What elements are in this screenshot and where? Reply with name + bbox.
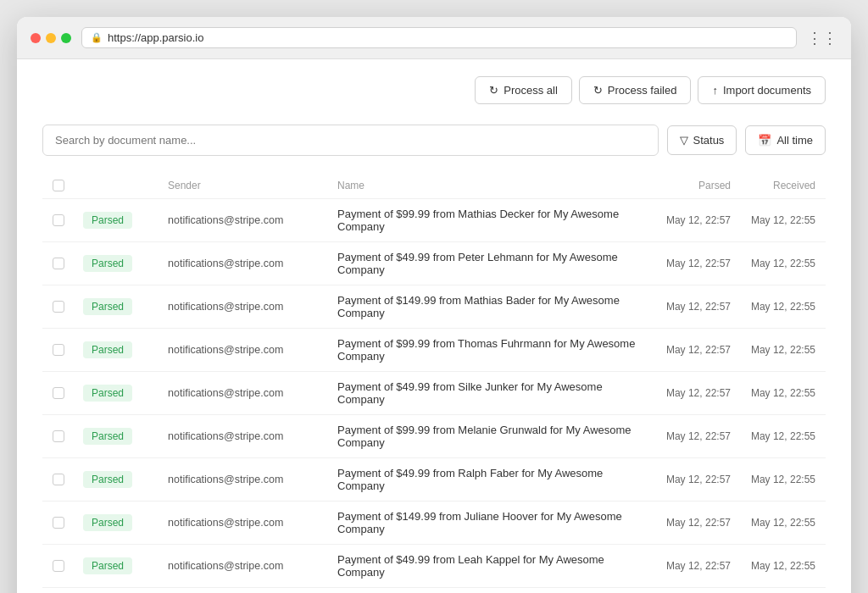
minimize-button[interactable] [46,33,56,43]
header-received: Received [731,180,815,191]
browser-window: 🔒 https://app.parsio.io ⋮⋮ ↻ Process all… [17,17,851,593]
import-documents-button[interactable]: ↑ Import documents [698,76,826,104]
row-status: Parsed [83,212,168,229]
row-sender: notifications@stripe.com [168,430,337,442]
row-name: Payment of $99.99 from Mathias Decker fo… [337,208,646,233]
url-text: https://app.parsio.io [108,31,203,44]
row-checkbox-col [53,474,83,485]
status-badge: Parsed [83,255,132,272]
header-sender: Sender [168,180,337,191]
row-parsed: May 12, 22:57 [646,560,731,572]
row-checkbox[interactable] [53,474,64,485]
row-parsed: May 12, 22:57 [646,387,731,399]
table-row: Parsed notifications@stripe.com Payment … [42,285,826,329]
address-bar[interactable]: 🔒 https://app.parsio.io [81,27,797,48]
row-parsed: May 12, 22:57 [646,214,731,226]
header-checkbox-col [53,180,83,191]
row-checkbox[interactable] [53,560,64,572]
refresh-failed-icon: ↻ [593,84,603,97]
table-row: Parsed notifications@stripe.com Payment … [42,415,826,458]
row-parsed: May 12, 22:57 [646,430,731,442]
row-status: Parsed [83,298,168,315]
row-sender: notifications@stripe.com [168,214,337,226]
row-status: Parsed [83,341,168,358]
row-checkbox-col [53,517,83,529]
status-filter-label: Status [693,134,725,147]
maximize-button[interactable] [61,33,71,43]
process-all-button[interactable]: ↻ Process all [475,76,572,104]
row-checkbox[interactable] [53,430,64,442]
title-bar: 🔒 https://app.parsio.io ⋮⋮ [17,17,851,59]
row-name: Payment of $99.99 from Thomas Fuhrmann f… [337,337,646,363]
table-row: Parsed notifications@stripe.com Payment … [42,329,826,372]
row-checkbox-col [53,301,83,313]
row-checkbox[interactable] [53,344,64,356]
close-button[interactable] [31,33,41,43]
documents-table: Sender Name Parsed Received Parsed notif… [42,173,826,593]
table-header: Sender Name Parsed Received [42,173,826,199]
row-sender: notifications@stripe.com [168,344,337,356]
status-badge: Parsed [83,385,132,402]
content-area: ↻ Process all ↻ Process failed ↑ Import … [17,59,851,593]
row-received: May 12, 22:55 [731,474,815,485]
row-received: May 12, 22:55 [731,214,815,226]
row-name: Payment of $99.99 from Melanie Grunwald … [337,424,646,449]
row-checkbox[interactable] [53,387,64,399]
status-badge: Parsed [83,298,132,315]
row-status: Parsed [83,471,168,488]
row-checkbox[interactable] [53,301,64,313]
table-row: Parsed notifications@stripe.com Payment … [42,588,826,593]
row-status: Parsed [83,255,168,272]
status-badge: Parsed [83,341,132,358]
row-received: May 12, 22:55 [731,258,815,269]
filter-icon: ▽ [680,134,688,147]
status-filter-button[interactable]: ▽ Status [667,125,737,155]
row-checkbox[interactable] [53,517,64,529]
header-parsed: Parsed [646,180,731,191]
process-all-label: Process all [504,84,558,97]
row-received: May 12, 22:55 [731,430,815,442]
row-sender: notifications@stripe.com [168,258,337,269]
header-status [83,180,168,191]
menu-icon[interactable]: ⋮⋮ [807,29,837,47]
status-badge: Parsed [83,557,132,574]
row-name: Payment of $49.99 from Silke Junker for … [337,380,646,406]
header-name: Name [337,180,646,191]
upload-icon: ↑ [712,84,718,97]
row-checkbox-col [53,387,83,399]
row-status: Parsed [83,557,168,574]
select-all-checkbox[interactable] [53,180,64,191]
row-parsed: May 12, 22:57 [646,344,731,356]
row-received: May 12, 22:55 [731,301,815,313]
row-checkbox[interactable] [53,258,64,269]
row-name: Payment of $149.99 from Juliane Hoover f… [337,510,646,535]
row-name: Payment of $149.99 from Mathias Bader fo… [337,294,646,319]
row-sender: notifications@stripe.com [168,517,337,529]
traffic-lights [31,33,71,43]
table-row: Parsed notifications@stripe.com Payment … [42,458,826,502]
row-status: Parsed [83,428,168,445]
table-row: Parsed notifications@stripe.com Payment … [42,372,826,415]
process-failed-label: Process failed [608,84,677,97]
process-failed-button[interactable]: ↻ Process failed [579,76,692,104]
row-name: Payment of $49.99 from Peter Lehmann for… [337,251,646,276]
row-status: Parsed [83,514,168,531]
row-checkbox-col [53,560,83,572]
time-filter-button[interactable]: 📅 All time [745,125,826,155]
row-name: Payment of $49.99 from Leah Kappel for M… [337,553,646,579]
row-checkbox-col [53,214,83,226]
search-filter-row: ▽ Status 📅 All time [42,125,826,156]
row-parsed: May 12, 22:57 [646,474,731,485]
row-received: May 12, 22:55 [731,344,815,356]
lock-icon: 🔒 [91,32,103,43]
time-filter-label: All time [776,134,813,147]
toolbar: ↻ Process all ↻ Process failed ↑ Import … [42,76,826,104]
row-sender: notifications@stripe.com [168,301,337,313]
table-row: Parsed notifications@stripe.com Payment … [42,545,826,588]
status-badge: Parsed [83,514,132,531]
search-input[interactable] [42,125,659,156]
row-sender: notifications@stripe.com [168,474,337,485]
row-checkbox[interactable] [53,214,64,226]
row-status: Parsed [83,385,168,402]
row-sender: notifications@stripe.com [168,560,337,572]
